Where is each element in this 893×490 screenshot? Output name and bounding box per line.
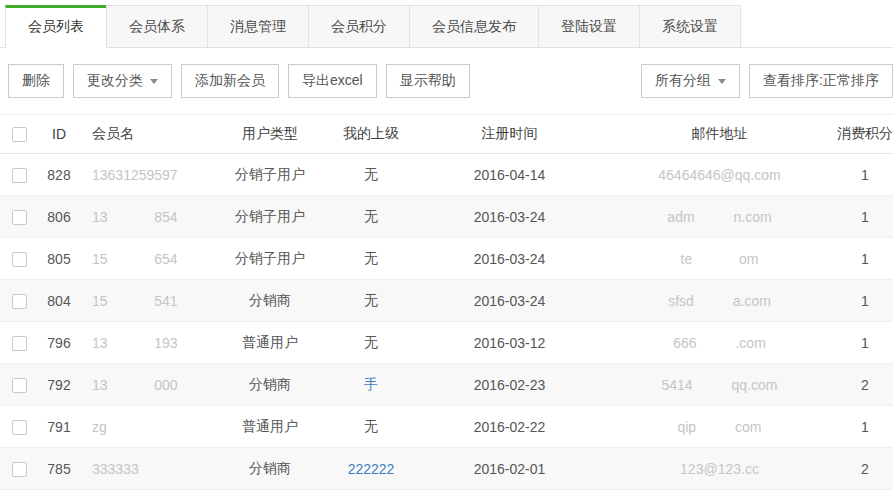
user-type: 分销商: [215, 280, 325, 322]
consume-points: 1: [837, 322, 893, 364]
row-select-cell: [0, 364, 38, 406]
upline-cell: 222222: [325, 448, 417, 490]
button-label: 所有分组: [655, 72, 711, 90]
masked-text: 15654: [92, 251, 178, 267]
masked-text: admn.com: [667, 209, 771, 225]
upline-cell: 无: [325, 406, 417, 448]
button-label: 添加新会员: [195, 72, 265, 90]
column-header-name: 会员名: [80, 115, 215, 154]
row-checkbox[interactable]: [12, 336, 27, 351]
consume-points: 1: [837, 196, 893, 238]
row-checkbox[interactable]: [12, 462, 27, 477]
consume-points: 2: [837, 448, 893, 490]
register-date: 2016-04-14: [417, 154, 602, 196]
button-label: 导出excel: [302, 72, 363, 90]
tab-会员信息发布[interactable]: 会员信息发布: [409, 5, 539, 47]
masked-text-end: 854: [154, 209, 177, 225]
tab-会员列表[interactable]: 会员列表: [5, 5, 107, 48]
row-checkbox[interactable]: [12, 210, 27, 225]
tab-登陆设置[interactable]: 登陆设置: [538, 5, 640, 47]
member-name: 15541: [80, 280, 215, 322]
row-checkbox[interactable]: [12, 294, 27, 309]
member-id: 804: [38, 280, 80, 322]
row-select-cell: [0, 448, 38, 490]
masked-text-start: 15: [92, 251, 108, 267]
masked-text-start: 15: [92, 293, 108, 309]
user-type: 普通用户: [215, 322, 325, 364]
masked-text-gap: [693, 389, 732, 390]
member-id: 806: [38, 196, 80, 238]
masked-text-start: qip: [677, 419, 696, 435]
masked-text: 5414qq.com: [662, 377, 778, 393]
row-checkbox[interactable]: [12, 378, 27, 393]
toolbar-button-2[interactable]: 更改分类: [73, 64, 172, 98]
upline-link[interactable]: 222222: [348, 461, 395, 477]
row-checkbox[interactable]: [12, 252, 27, 267]
masked-text-start: adm: [667, 209, 694, 225]
member-row: 80515654分销子用户无2016-03-24teom1: [0, 238, 893, 280]
select-all-checkbox[interactable]: [12, 127, 27, 142]
column-header-points: 消费积分: [837, 115, 893, 154]
toolbar-right-button-2[interactable]: 查看排序:正常排序: [749, 64, 893, 98]
upline-cell: 无: [325, 196, 417, 238]
email-address: 123@123.cc: [602, 448, 837, 490]
register-date: 2016-02-22: [417, 406, 602, 448]
masked-text-gap: [108, 347, 155, 348]
row-checkbox[interactable]: [12, 168, 27, 183]
consume-points: 1: [837, 238, 893, 280]
row-select-cell: [0, 238, 38, 280]
masked-text-gap: [108, 389, 155, 390]
toolbar-button-4[interactable]: 导出excel: [288, 64, 377, 98]
upline-cell: 无: [325, 154, 417, 196]
toolbar-right-button-1[interactable]: 所有分组: [641, 64, 740, 98]
masked-text-start: sfsd: [668, 293, 694, 309]
upline-link[interactable]: 手: [364, 376, 378, 392]
register-date: 2016-03-12: [417, 322, 602, 364]
tab-消息管理[interactable]: 消息管理: [207, 5, 309, 47]
masked-text-start: te: [681, 251, 693, 267]
member-row: 791zg普通用户无2016-02-22qipcom1: [0, 406, 893, 448]
toolbar-button-1[interactable]: 删除: [8, 64, 64, 98]
masked-text: teom: [681, 251, 759, 267]
masked-text-gap: [694, 305, 733, 306]
masked-text-start: 13: [92, 335, 108, 351]
email-address: sfsda.com: [602, 280, 837, 322]
toolbar-button-5[interactable]: 显示帮助: [386, 64, 470, 98]
button-label: 更改分类: [87, 72, 143, 90]
member-id: 785: [38, 448, 80, 490]
masked-text-start: zg: [92, 419, 107, 435]
masked-text: 13631259597: [92, 167, 178, 183]
button-label: 显示帮助: [400, 72, 456, 90]
members-table: ID会员名用户类型我的上级注册时间邮件地址消费积分 82813631259597…: [0, 114, 893, 490]
user-type: 普通用户: [215, 406, 325, 448]
masked-text-start: 123@123.cc: [680, 461, 759, 477]
member-row: 80613854分销子用户无2016-03-24admn.com1: [0, 196, 893, 238]
member-row: 82813631259597分销子用户无2016-04-1446464646@q…: [0, 154, 893, 196]
row-checkbox[interactable]: [12, 420, 27, 435]
masked-text-gap: [692, 263, 739, 264]
masked-text-gap: [695, 221, 734, 222]
column-header-date: 注册时间: [417, 115, 602, 154]
upline-cell: 无: [325, 280, 417, 322]
user-type: 分销子用户: [215, 238, 325, 280]
button-label: 查看排序:正常排序: [763, 72, 879, 90]
masked-text: sfsda.com: [668, 293, 771, 309]
consume-points: 1: [837, 406, 893, 448]
masked-text-end: a.com: [733, 293, 771, 309]
masked-text-start: 46464646@qq.com: [658, 167, 780, 183]
row-select-cell: [0, 154, 38, 196]
upline-cell: 手: [325, 364, 417, 406]
tab-会员积分[interactable]: 会员积分: [308, 5, 410, 47]
column-header-type: 用户类型: [215, 115, 325, 154]
masked-text-gap: [108, 221, 155, 222]
register-date: 2016-03-24: [417, 238, 602, 280]
consume-points: 2: [837, 364, 893, 406]
email-address: admn.com: [602, 196, 837, 238]
row-select-cell: [0, 322, 38, 364]
masked-text: 666.com: [673, 335, 766, 351]
member-id: 791: [38, 406, 80, 448]
tab-会员体系[interactable]: 会员体系: [106, 5, 208, 47]
row-select-cell: [0, 196, 38, 238]
tab-系统设置[interactable]: 系统设置: [639, 5, 741, 47]
toolbar-button-3[interactable]: 添加新会员: [181, 64, 279, 98]
